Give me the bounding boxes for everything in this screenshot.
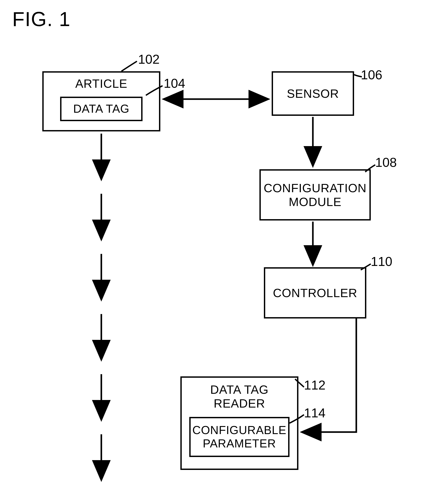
ref-article: 102 — [138, 52, 160, 67]
ref-data-tag: 104 — [164, 76, 185, 91]
article-box: ARTICLE DATA TAG — [42, 71, 160, 131]
leader-102 — [121, 61, 137, 71]
article-label: ARTICLE — [75, 77, 127, 90]
ref-reader: 112 — [304, 378, 326, 392]
controller-label: CONTROLLER — [273, 286, 357, 300]
config-param-box: CONFIGURABLE PARAMETER — [189, 417, 289, 457]
ref-controller: 110 — [371, 254, 392, 269]
controller-box: CONTROLLER — [264, 267, 366, 318]
config-module-label: CONFIGURATION MODULE — [264, 181, 367, 209]
data-tag-label: DATA TAG — [73, 102, 130, 116]
ref-sensor: 106 — [361, 67, 382, 82]
ref-config-module: 108 — [375, 155, 397, 170]
figure-title: FIG. 1 — [12, 8, 71, 31]
config-module-box: CONFIGURATION MODULE — [260, 169, 371, 220]
data-tag-box: DATA TAG — [60, 97, 143, 121]
ref-config-param: 114 — [304, 405, 326, 420]
reader-label: DATA TAG READER — [210, 383, 269, 410]
diagram-canvas: FIG. 1 ARTICLE DATA TAG SENSOR CONFIGURA… — [0, 0, 430, 504]
reader-box: DATA TAG READER CONFIGURABLE PARAMETER — [180, 376, 298, 470]
sensor-box: SENSOR — [272, 71, 354, 116]
sensor-label: SENSOR — [287, 87, 339, 100]
config-param-label: CONFIGURABLE PARAMETER — [192, 423, 286, 450]
